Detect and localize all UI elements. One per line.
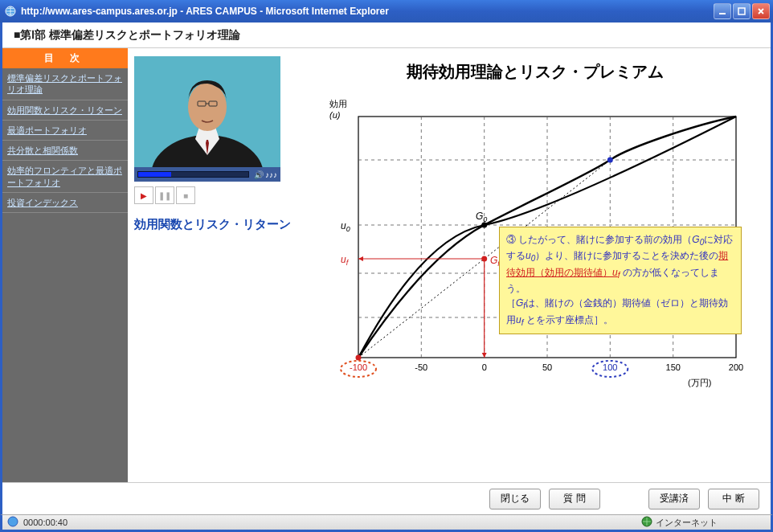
ie-icon: [3, 4, 18, 18]
status-bar: 0000:00:40 インターネット: [0, 514, 773, 532]
interrupt-button[interactable]: 中 断: [708, 489, 759, 509]
progress-fill: [138, 172, 171, 177]
internet-zone-icon: [641, 516, 652, 529]
pause-button[interactable]: ❚❚: [155, 186, 174, 204]
chart-title: 期待効用理論とリスク・プレミアム: [306, 61, 764, 83]
page-frame: ■第Ⅰ部 標準偏差リスクとポートフォリオ理論 目 次 標準偏差リスクとポートフォ…: [0, 23, 773, 514]
status-zone: インターネット: [641, 516, 766, 529]
svg-text:200: 200: [729, 362, 743, 372]
status-zone-label: インターネット: [656, 517, 718, 529]
toc-heading: 目 次: [2, 48, 128, 68]
svg-text:100: 100: [603, 362, 617, 372]
toc-item-3[interactable]: 共分散と相関係数: [2, 141, 128, 161]
window-titlebar: http://www.ares-campus.ares.or.jp - ARES…: [0, 0, 773, 23]
volume-label: ♪♪♪: [265, 170, 277, 179]
close-window-button[interactable]: [752, 3, 770, 19]
svg-text:50: 50: [542, 362, 552, 372]
svg-rect-1: [719, 13, 726, 14]
window-buttons: [714, 3, 770, 19]
y-ref-u0: u0: [341, 220, 350, 233]
ie-status-icon: [7, 516, 20, 529]
main-layout: 目 次 標準偏差リスクとポートフォリオ理論 効用関数とリスク・リターン 最適ポー…: [2, 48, 771, 482]
chart-area: 期待効用理論とリスク・プレミアム 効用 (u): [306, 56, 764, 474]
toc-item-1[interactable]: 効用関数とリスク・リターン: [2, 100, 128, 121]
y-axis-label: 効用: [329, 99, 347, 108]
volume-icon[interactable]: 🔊: [254, 170, 264, 179]
x-axis-label: (万円): [688, 378, 711, 387]
toc-item-0[interactable]: 標準偏差リスクとポートフォリオ理論: [2, 68, 128, 100]
toc-item-4[interactable]: 効率的フロンティアと最適ポートフォリオ: [2, 161, 128, 193]
stop-button[interactable]: ■: [176, 186, 195, 204]
minimize-button[interactable]: [714, 3, 731, 19]
course-header: ■第Ⅰ部 標準偏差リスクとポートフォリオ理論: [2, 23, 771, 48]
svg-text:150: 150: [666, 362, 681, 372]
svg-text:-50: -50: [415, 362, 427, 372]
content-area: 🔊 ♪♪♪ ▶ ❚❚ ■ 効用関数とリスク・リターン 期待効用理論とリスク・プレ…: [128, 48, 771, 482]
video-controls: ▶ ❚❚ ■: [134, 186, 300, 204]
svg-point-5: [188, 83, 227, 131]
maximize-button[interactable]: [733, 3, 751, 19]
question-button[interactable]: 質 問: [549, 489, 600, 509]
svg-point-28: [8, 517, 18, 526]
y-ref-uf: uf: [341, 254, 350, 267]
marker-gf: [481, 256, 487, 262]
video-column: 🔊 ♪♪♪ ▶ ❚❚ ■ 効用関数とリスク・リターン: [134, 56, 300, 474]
video-player[interactable]: [134, 56, 280, 167]
footer-bar: 閉じる 質 問 受講済 中 断: [2, 482, 771, 514]
chart-annotation: ③ したがって、賭けに参加する前の効用（G0に対応するu0）より、賭けに参加する…: [499, 227, 742, 334]
x-tick-labels: -100 -50 0 50 100 150 200: [350, 362, 743, 372]
completed-button[interactable]: 受講済: [648, 489, 700, 509]
svg-text:-100: -100: [350, 362, 367, 372]
status-time: 0000:00:40: [23, 518, 67, 527]
toc-sidebar: 目 次 標準偏差リスクとポートフォリオ理論 効用関数とリスク・リターン 最適ポー…: [2, 48, 128, 482]
window-title: http://www.ares-campus.ares.or.jp - ARES…: [21, 6, 714, 17]
svg-rect-2: [738, 8, 745, 14]
svg-text:0: 0: [482, 362, 487, 372]
label-g0: G0: [476, 211, 487, 223]
marker-neg100: [356, 355, 362, 361]
marker-100: [607, 158, 613, 163]
video-progress-bar[interactable]: 🔊 ♪♪♪: [134, 167, 280, 182]
toc-item-5[interactable]: 投資インデックス: [2, 193, 128, 213]
svg-marker-27: [482, 353, 487, 358]
progress-track[interactable]: [137, 171, 249, 178]
course-part-label: ■第Ⅰ部 標準偏差リスクとポートフォリオ理論: [14, 28, 240, 43]
close-button[interactable]: 閉じる: [489, 489, 541, 509]
slide-title: 効用関数とリスク・リターン: [134, 215, 300, 232]
toc-item-2[interactable]: 最適ポートフォリオ: [2, 121, 128, 141]
y-axis-sublabel: (u): [329, 110, 341, 120]
play-button[interactable]: ▶: [134, 186, 153, 204]
svg-marker-26: [358, 256, 363, 261]
